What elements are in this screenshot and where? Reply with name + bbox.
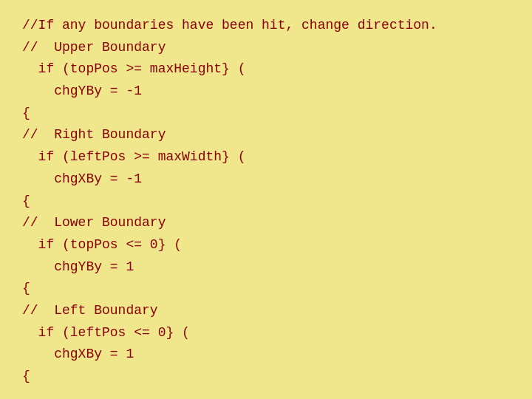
line-17: { <box>22 366 510 388</box>
line-6: // Right Boundary <box>22 124 510 146</box>
code-block: //If any boundaries have been hit, chang… <box>0 0 532 399</box>
line-9: { <box>22 191 510 213</box>
line-2: // Upper Boundary <box>22 37 510 59</box>
line-7: if (leftPos >= maxWidth} ( <box>22 146 510 168</box>
line-1: //If any boundaries have been hit, chang… <box>22 15 510 37</box>
line-4: chgYBy = -1 <box>22 81 510 103</box>
line-5: { <box>22 103 510 125</box>
line-15: if (leftPos <= 0} ( <box>22 322 510 344</box>
line-16: chgXBy = 1 <box>22 344 510 366</box>
line-8: chgXBy = -1 <box>22 168 510 191</box>
line-3: if (topPos >= maxHeight} ( <box>22 58 510 81</box>
line-10: // Lower Boundary <box>22 212 510 234</box>
line-12: chgYBy = 1 <box>22 256 510 279</box>
line-11: if (topPos <= 0} ( <box>22 234 510 256</box>
line-13: { <box>22 278 510 300</box>
line-14: // Left Boundary <box>22 300 510 322</box>
